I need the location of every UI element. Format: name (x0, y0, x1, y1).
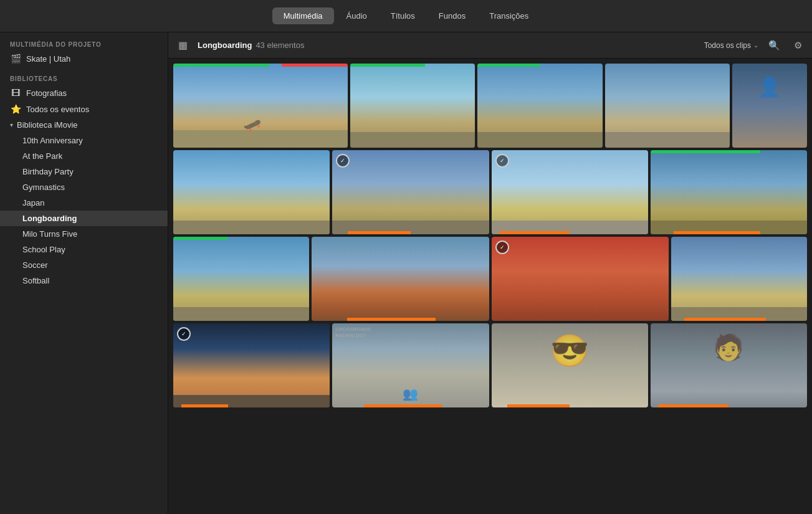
sidebar-project-item[interactable]: 🎬 Skate | Utah (0, 50, 168, 67)
clip-item[interactable] (605, 64, 730, 148)
sidebar-item-fotografias[interactable]: 🎞 Fotografias (0, 85, 168, 101)
japan-label: Japan (22, 198, 44, 207)
sidebar-item-school[interactable]: School Play (0, 242, 168, 257)
sidebar-item-soccer[interactable]: Soccer (0, 257, 168, 273)
clip-item[interactable] (671, 237, 807, 321)
content-title: Longboarding (198, 40, 252, 50)
content-area: ▦ Longboarding 43 elementos Todos os cli… (168, 32, 812, 514)
clip-row-4: ✓ 👥 CROSSROADSRADING DST 😎 (173, 323, 807, 407)
longboarding-label: Longboarding (22, 214, 77, 223)
used-indicator: ✓ (177, 327, 191, 341)
fotografias-label: Fotografias (26, 88, 67, 98)
sidebar-item-gymnastics[interactable]: Gymnastics (0, 179, 168, 195)
clip-item[interactable] (651, 150, 807, 234)
tab-fundos[interactable]: Fundos (427, 7, 477, 24)
photos-icon: 🎞 (10, 88, 21, 98)
imovie-library-header[interactable]: ▾ Biblioteca iMovie (0, 117, 168, 133)
clip-item[interactable] (173, 150, 330, 234)
sidebar: MULTIMÉDIA DO PROJETO 🎬 Skate | Utah BIB… (0, 32, 168, 514)
search-button[interactable]: 🔍 (765, 37, 784, 54)
clip-row-1: 🛹 (173, 64, 807, 148)
gymnastics-label: Gymnastics (22, 183, 65, 192)
clip-item[interactable]: 👥 CROSSROADSRADING DST (332, 323, 489, 407)
content-info: Longboarding 43 elementos (198, 40, 698, 50)
clip-item[interactable] (312, 237, 489, 321)
todos-eventos-label: Todos os eventos (26, 105, 89, 114)
filter-chevron-icon: ⌄ (753, 42, 758, 49)
park-label: At the Park (22, 151, 62, 161)
clip-item[interactable]: 😎 (492, 323, 648, 407)
content-count: 43 elementos (256, 40, 304, 50)
clip-item[interactable]: 🛹 (173, 64, 348, 148)
clip-item[interactable]: ✓ (492, 237, 669, 321)
sidebar-item-longboarding[interactable]: Longboarding (0, 211, 168, 226)
main-toolbar: Multimédia Áudio Títulos Fundos Transiçõ… (0, 0, 812, 32)
clip-row-2: ✓ ✓ (173, 150, 807, 234)
tab-audio[interactable]: Áudio (335, 7, 378, 24)
school-label: School Play (22, 245, 65, 254)
clip-item[interactable] (477, 64, 602, 148)
sidebar-item-park[interactable]: At the Park (0, 148, 168, 164)
libraries-section-title: BIBLIOTECAS (0, 67, 168, 85)
used-indicator: ✓ (495, 154, 509, 168)
main-area: MULTIMÉDIA DO PROJETO 🎬 Skate | Utah BIB… (0, 32, 812, 514)
clip-item[interactable]: 👤 (732, 64, 807, 148)
clip-row-3: ✓ (173, 237, 807, 321)
clip-item[interactable]: ✓ (173, 323, 330, 407)
birthday-label: Birthday Party (22, 167, 74, 176)
clip-item[interactable]: ✓ (492, 150, 648, 234)
sidebar-item-softball[interactable]: Softball (0, 273, 168, 288)
toolbar-tabs: Multimédia Áudio Títulos Fundos Transiçõ… (272, 7, 540, 24)
sidebar-item-todos-eventos[interactable]: ⭐ Todos os eventos (0, 101, 168, 117)
content-toolbar: ▦ Longboarding 43 elementos Todos os cli… (168, 32, 812, 59)
film-icon: 🎬 (10, 54, 21, 64)
project-section-title: MULTIMÉDIA DO PROJETO (0, 32, 168, 50)
clip-item[interactable]: ✓ (332, 150, 489, 234)
used-indicator: ✓ (495, 240, 509, 254)
clip-item[interactable] (350, 64, 475, 148)
sidebar-item-milo[interactable]: Milo Turns Five (0, 226, 168, 242)
soccer-label: Soccer (22, 260, 47, 270)
tab-transicoes[interactable]: Transições (478, 7, 540, 24)
filter-label: Todos os clips (704, 41, 751, 50)
milo-label: Milo Turns Five (22, 229, 77, 239)
star-icon: ⭐ (10, 104, 21, 114)
tab-multimedia[interactable]: Multimédia (272, 7, 334, 24)
tab-titulos[interactable]: Títulos (380, 7, 426, 24)
sidebar-toggle-button[interactable]: ▦ (174, 37, 191, 54)
sidebar-item-10th[interactable]: 10th Anniversary (0, 133, 168, 148)
sidebar-item-birthday[interactable]: Birthday Party (0, 164, 168, 179)
clip-item[interactable]: 🧑 (651, 323, 807, 407)
sidebar-item-japan[interactable]: Japan (0, 195, 168, 211)
softball-label: Softball (22, 276, 49, 285)
10th-label: 10th Anniversary (22, 136, 83, 145)
chevron-icon: ▾ (10, 121, 13, 128)
project-label: Skate | Utah (26, 54, 70, 64)
imovie-library-label: Biblioteca iMovie (17, 120, 78, 130)
settings-button[interactable]: ⚙ (790, 37, 806, 54)
filter-section: Todos os clips ⌄ (704, 41, 758, 50)
clips-grid: 🛹 (168, 59, 812, 514)
clip-item[interactable] (173, 237, 309, 321)
